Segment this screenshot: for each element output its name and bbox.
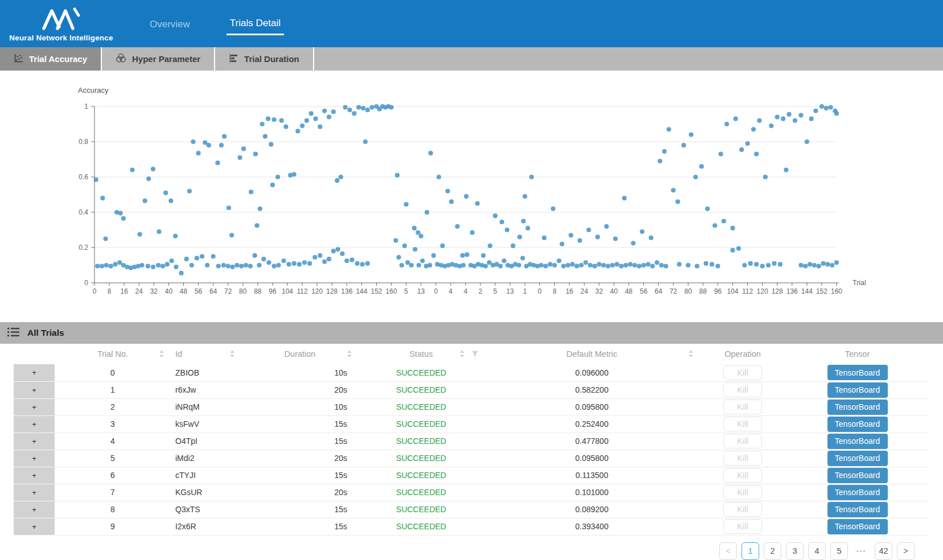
trial-accuracy-point[interactable] bbox=[312, 255, 317, 260]
trial-accuracy-point[interactable] bbox=[260, 122, 265, 126]
trial-accuracy-point[interactable] bbox=[649, 236, 653, 240]
trial-accuracy-point[interactable] bbox=[488, 244, 492, 248]
pagination-prev-button[interactable]: < bbox=[719, 542, 737, 560]
trial-accuracy-point[interactable] bbox=[174, 265, 178, 269]
trial-accuracy-point[interactable] bbox=[365, 108, 370, 112]
kill-button[interactable]: Kill bbox=[723, 468, 762, 483]
kill-button[interactable]: Kill bbox=[723, 434, 762, 448]
trial-accuracy-point[interactable] bbox=[100, 263, 104, 268]
trial-accuracy-point[interactable] bbox=[322, 109, 327, 113]
trial-accuracy-point[interactable] bbox=[195, 256, 199, 261]
col-default-metric[interactable]: Default Metric bbox=[484, 344, 700, 364]
trial-accuracy-point[interactable] bbox=[261, 257, 266, 261]
trial-accuracy-point[interactable] bbox=[551, 207, 555, 211]
kill-button[interactable]: Kill bbox=[723, 417, 762, 431]
trial-accuracy-point[interactable] bbox=[646, 262, 650, 266]
trial-accuracy-point[interactable] bbox=[227, 205, 231, 210]
nav-overview[interactable]: Overview bbox=[146, 13, 193, 35]
col-trial-no[interactable]: Trial No. bbox=[55, 344, 171, 364]
trial-accuracy-point[interactable] bbox=[356, 105, 361, 109]
trial-accuracy-point[interactable] bbox=[429, 151, 433, 155]
trial-accuracy-point[interactable] bbox=[331, 249, 336, 253]
trial-accuracy-point[interactable] bbox=[121, 216, 126, 221]
pagination-page-3[interactable]: 3 bbox=[786, 542, 804, 560]
trial-accuracy-point[interactable] bbox=[344, 258, 349, 263]
trial-accuracy-point[interactable] bbox=[517, 263, 521, 267]
pagination-next-button[interactable]: > bbox=[897, 542, 915, 560]
expand-row-button[interactable]: + bbox=[14, 484, 55, 501]
trial-accuracy-point[interactable] bbox=[705, 207, 710, 211]
pagination-page-1[interactable]: 1 bbox=[742, 542, 759, 560]
trial-accuracy-point[interactable] bbox=[739, 147, 744, 152]
trial-accuracy-point[interactable] bbox=[579, 263, 583, 267]
tensorboard-button[interactable]: TensorBoard bbox=[827, 519, 888, 534]
trial-accuracy-point[interactable] bbox=[502, 258, 506, 263]
trial-accuracy-point[interactable] bbox=[283, 125, 288, 129]
trial-accuracy-point[interactable] bbox=[295, 129, 300, 133]
trial-accuracy-point[interactable] bbox=[715, 263, 720, 268]
trial-accuracy-point[interactable] bbox=[775, 115, 780, 120]
trial-accuracy-point[interactable] bbox=[671, 188, 676, 192]
trial-accuracy-point[interactable] bbox=[575, 263, 579, 268]
trial-accuracy-point[interactable] bbox=[446, 189, 450, 193]
trial-accuracy-point[interactable] bbox=[632, 263, 637, 267]
trial-accuracy-point[interactable] bbox=[349, 258, 354, 262]
expand-row-button[interactable]: + bbox=[14, 450, 55, 467]
trial-accuracy-point[interactable] bbox=[287, 262, 291, 266]
trial-accuracy-point[interactable] bbox=[825, 262, 830, 266]
trial-accuracy-point[interactable] bbox=[597, 262, 602, 266]
trial-accuracy-point[interactable] bbox=[718, 152, 723, 157]
trial-accuracy-point[interactable] bbox=[95, 263, 100, 268]
trial-accuracy-point[interactable] bbox=[118, 211, 123, 215]
trial-accuracy-point[interactable] bbox=[355, 261, 360, 266]
trial-accuracy-point[interactable] bbox=[812, 263, 817, 267]
trial-accuracy-point[interactable] bbox=[658, 159, 662, 163]
trial-accuracy-point[interactable] bbox=[566, 263, 570, 267]
trial-accuracy-point[interactable] bbox=[219, 143, 224, 147]
trial-accuracy-point[interactable] bbox=[681, 143, 686, 147]
pagination-page-42[interactable]: 42 bbox=[875, 542, 892, 560]
trial-accuracy-point[interactable] bbox=[521, 219, 526, 223]
trial-accuracy-point[interactable] bbox=[431, 253, 436, 258]
trial-accuracy-point[interactable] bbox=[465, 252, 470, 257]
trial-accuracy-point[interactable] bbox=[239, 263, 244, 268]
trial-accuracy-point[interactable] bbox=[200, 254, 204, 258]
tensorboard-button[interactable]: TensorBoard bbox=[827, 417, 888, 432]
trial-accuracy-point[interactable] bbox=[828, 105, 833, 109]
trial-accuracy-point[interactable] bbox=[331, 109, 336, 114]
expand-row-button[interactable]: + bbox=[14, 398, 55, 415]
trial-accuracy-point[interactable] bbox=[143, 199, 147, 203]
trial-accuracy-point[interactable] bbox=[615, 262, 619, 266]
trial-accuracy-point[interactable] bbox=[592, 263, 597, 268]
accuracy-scatter-plot[interactable]: Accuracy10.80.60.40.20081624324048566472… bbox=[0, 71, 943, 304]
trial-accuracy-point[interactable] bbox=[793, 118, 797, 123]
trial-accuracy-point[interactable] bbox=[778, 262, 783, 266]
trial-accuracy-point[interactable] bbox=[570, 262, 575, 266]
trial-accuracy-point[interactable] bbox=[805, 139, 809, 144]
trial-accuracy-point[interactable] bbox=[179, 271, 183, 275]
trial-accuracy-point[interactable] bbox=[798, 263, 803, 267]
trial-accuracy-point[interactable] bbox=[313, 117, 318, 121]
sort-icon[interactable] bbox=[347, 351, 352, 358]
tab-trial-accuracy[interactable]: Trial Accuracy bbox=[0, 47, 102, 71]
trial-accuracy-point[interactable] bbox=[557, 258, 561, 263]
trial-accuracy-point[interactable] bbox=[170, 258, 174, 263]
trial-accuracy-point[interactable] bbox=[163, 191, 168, 195]
trial-accuracy-point[interactable] bbox=[601, 263, 606, 267]
trial-accuracy-point[interactable] bbox=[360, 262, 365, 266]
trial-accuracy-point[interactable] bbox=[343, 105, 348, 109]
trial-accuracy-point[interactable] bbox=[710, 262, 714, 266]
trial-accuracy-point[interactable] bbox=[241, 146, 246, 151]
kill-button[interactable]: Kill bbox=[723, 400, 762, 414]
trial-accuracy-point[interactable] bbox=[754, 152, 759, 157]
trial-accuracy-point[interactable] bbox=[207, 143, 211, 147]
trial-accuracy-point[interactable] bbox=[419, 234, 423, 238]
tensorboard-button[interactable]: TensorBoard bbox=[827, 365, 888, 380]
trial-accuracy-point[interactable] bbox=[641, 263, 646, 267]
trial-accuracy-point[interactable] bbox=[619, 263, 624, 268]
tensorboard-button[interactable]: TensorBoard bbox=[827, 485, 888, 500]
trial-accuracy-point[interactable] bbox=[339, 175, 343, 179]
trial-accuracy-point[interactable] bbox=[417, 263, 421, 267]
tensorboard-button[interactable]: TensorBoard bbox=[827, 382, 888, 398]
trial-accuracy-point[interactable] bbox=[113, 262, 117, 266]
